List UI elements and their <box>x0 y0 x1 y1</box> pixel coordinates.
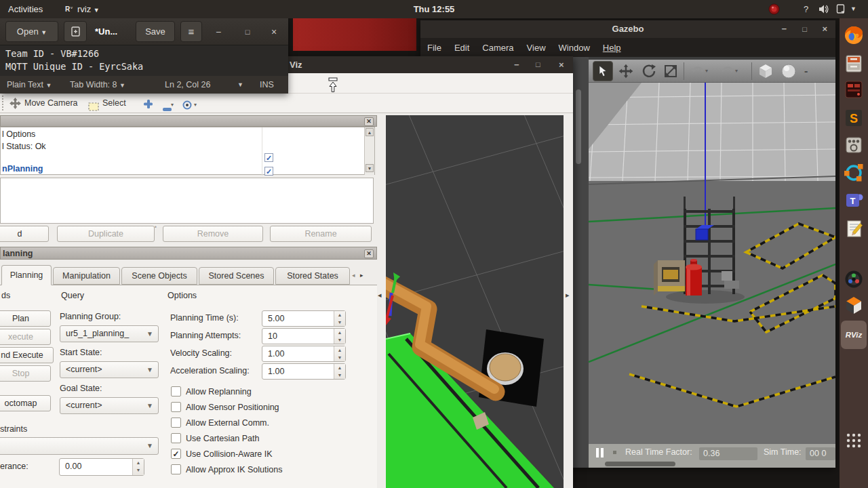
notes-icon[interactable] <box>842 217 865 240</box>
dropdown-icon[interactable]: ▾ <box>171 102 174 108</box>
camera-icon[interactable] <box>842 268 865 291</box>
velocity-scaling-input[interactable]: 1.00 ▲▼ <box>262 346 346 362</box>
tab-scroll-left-icon[interactable]: ◂ <box>352 272 355 279</box>
gedit-headerbar[interactable]: Open ▼ *Un... Save ≡ − □ × <box>0 18 288 45</box>
tree-row[interactable]: l Status: Ok <box>2 142 46 151</box>
rotate-tool-icon[interactable] <box>639 61 659 81</box>
menu-file[interactable]: File <box>427 43 441 53</box>
firefox-icon[interactable] <box>842 24 865 47</box>
displays-tree[interactable]: l Options l Status: Ok nPlanning ✓ ✓ ▲ ▼ <box>0 127 375 175</box>
move-camera-label[interactable]: Move Camera <box>24 94 78 113</box>
checkbox-icon[interactable] <box>171 402 181 412</box>
menu-window[interactable]: Window <box>559 43 590 53</box>
gazebo-icon[interactable] <box>842 293 865 317</box>
gazebo-3d-scene[interactable] <box>589 83 835 444</box>
planning-attempts-input[interactable]: 10 ▲▼ <box>262 328 346 344</box>
close-panel-icon[interactable]: ✕ <box>364 249 374 258</box>
tab-stored-states[interactable]: Stored States <box>275 267 350 285</box>
scroll-down-icon[interactable]: ▼ <box>366 164 374 172</box>
step-icon[interactable] <box>613 451 616 454</box>
spinner-icons[interactable]: ▲▼ <box>334 364 345 379</box>
stop-button[interactable]: Stop <box>0 365 51 382</box>
toolbar-more-icon[interactable]: - <box>804 65 808 77</box>
cursor-position[interactable]: Ln 2, Col 26 <box>165 76 210 94</box>
displays-property-area[interactable] <box>0 178 374 224</box>
battery-icon[interactable] <box>835 3 846 16</box>
minimize-icon[interactable]: − <box>514 56 519 73</box>
display-enabled-checkbox[interactable]: ✓ <box>264 153 273 162</box>
redo-dropdown-icon[interactable]: ▾ <box>735 68 738 74</box>
sphere-shape-icon[interactable] <box>778 61 799 81</box>
open-button[interactable]: Open ▼ <box>5 21 58 42</box>
allow-replanning-row[interactable]: Allow Replanning <box>171 385 252 397</box>
remove-button[interactable]: Remove <box>163 226 263 242</box>
rviz-dock-icon[interactable]: RViz <box>841 321 867 349</box>
file-cabinet-icon[interactable] <box>842 52 865 75</box>
allow-approx-ik-row[interactable]: Allow Approx IK Solutions <box>171 463 282 475</box>
show-applications-icon[interactable] <box>842 429 865 452</box>
close-icon[interactable]: × <box>822 20 827 38</box>
planning-time-input[interactable]: 5.00 ▲▼ <box>262 310 346 327</box>
goal-tolerance-input[interactable]: 0.00 ▲▼ <box>59 458 144 476</box>
menu-edit[interactable]: Edit <box>454 43 469 53</box>
rviz-3d-view[interactable] <box>386 115 564 488</box>
checkbox-icon[interactable] <box>171 433 181 443</box>
close-icon[interactable]: × <box>267 18 281 45</box>
spinner-icons[interactable]: ▲▼ <box>334 346 345 361</box>
tab-scroll-right-icon[interactable]: ▸ <box>360 272 363 279</box>
checkbox-icon[interactable]: ✓ <box>171 449 181 459</box>
checkbox-icon[interactable] <box>171 386 181 396</box>
sublime-text-icon[interactable]: S <box>842 106 865 129</box>
chevron-down-icon[interactable]: ▼ <box>237 76 243 94</box>
playback-slider[interactable] <box>605 462 675 466</box>
duplicate-button[interactable]: Duplicate <box>57 226 155 242</box>
ros-icon[interactable] <box>842 161 865 184</box>
plan-and-execute-button[interactable]: nd Execute <box>0 347 54 363</box>
teams-icon[interactable]: T <box>842 188 865 211</box>
menu-view[interactable]: View <box>527 43 546 53</box>
clock[interactable]: Thu 12:55 <box>0 0 868 18</box>
gazebo-titlebar[interactable]: Gazebo − □ × <box>420 20 835 38</box>
allow-external-comm-row[interactable]: Allow External Comm. <box>171 416 269 428</box>
planning-group-select[interactable]: ur5_1_planning_ ▼ <box>60 325 159 342</box>
save-button[interactable]: Save <box>136 21 175 42</box>
hamburger-menu-icon[interactable]: ≡ <box>180 21 202 42</box>
scale-tool-icon[interactable] <box>660 61 681 81</box>
dropdown-icon[interactable]: ▾ <box>194 102 197 108</box>
close-panel-icon[interactable]: ✕ <box>364 117 374 126</box>
minimize-icon[interactable]: − <box>781 20 787 38</box>
spinner-icons[interactable]: ▲▼ <box>334 311 345 326</box>
clear-octomap-button[interactable]: octomap <box>0 395 51 411</box>
displays-panel-titlebar[interactable]: ✕ <box>0 115 377 127</box>
allow-sensor-positioning-row[interactable]: Allow Sensor Positioning <box>171 401 279 413</box>
select-tool-icon[interactable] <box>593 61 613 81</box>
tree-row-motionplanning[interactable]: nPlanning <box>2 164 43 174</box>
start-state-select[interactable]: <current> ▼ <box>60 361 159 378</box>
close-icon[interactable]: × <box>559 56 564 73</box>
undo-dropdown-icon[interactable]: ▾ <box>705 68 708 74</box>
goal-state-select[interactable]: <current> ▼ <box>60 397 159 414</box>
menu-help[interactable]: Help <box>603 43 621 53</box>
pause-icon[interactable] <box>601 448 604 458</box>
gazebo-left-panel-edge[interactable] <box>573 57 589 468</box>
motionplanning-panel-titlebar[interactable]: lanning ✕ <box>0 247 377 260</box>
tab-manipulation[interactable]: Manipulation <box>53 267 120 285</box>
pause-icon[interactable] <box>596 448 599 458</box>
pan-right-icon[interactable]: ▸ <box>566 291 570 300</box>
terminal-icon[interactable] <box>842 78 865 101</box>
spinner-icons[interactable]: ▲▼ <box>132 459 144 475</box>
scrollbar[interactable] <box>576 89 581 164</box>
tab-stored-scenes[interactable]: Stored Scenes <box>199 267 274 285</box>
box-shape-icon[interactable] <box>755 61 776 81</box>
spinner-icons[interactable]: ▲▼ <box>334 329 345 344</box>
new-document-button[interactable] <box>64 21 87 42</box>
scrollbar[interactable]: ▲ ▼ <box>364 127 374 175</box>
doc-type-select[interactable]: Plain Text ▼ <box>7 76 52 94</box>
checkbox-icon[interactable] <box>171 464 181 474</box>
control-panel-icon[interactable] <box>842 134 865 157</box>
tree-row[interactable]: l Options <box>2 129 35 139</box>
toolbar-handle[interactable] <box>2 96 4 110</box>
add-display-button[interactable]: d <box>0 226 49 242</box>
pan-left-icon[interactable]: ◂ <box>378 291 382 300</box>
help-icon[interactable]: ? <box>804 0 808 18</box>
